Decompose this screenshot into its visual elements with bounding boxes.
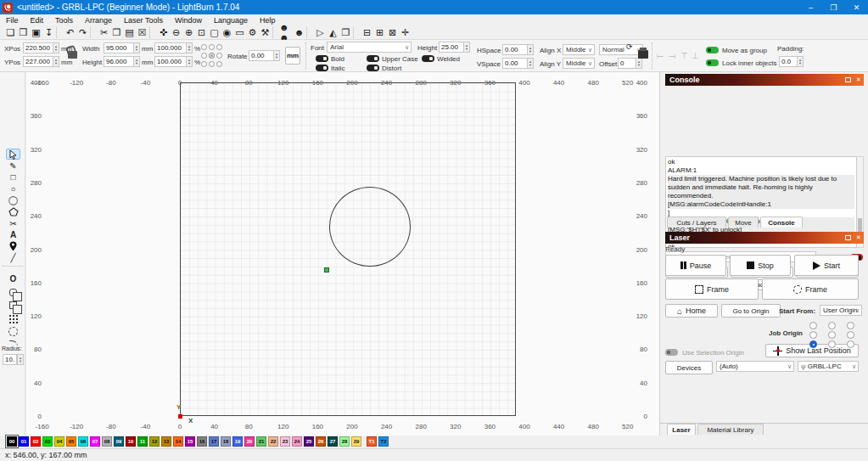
position-laser-tool[interactable] xyxy=(6,241,20,252)
mirror-icon[interactable]: ◭ xyxy=(326,26,339,39)
pan-icon[interactable]: ✜ xyxy=(156,26,169,39)
layer-swatch-03[interactable]: 03 xyxy=(42,436,53,447)
delete-icon[interactable]: ☒ xyxy=(135,26,148,39)
settings-icon[interactable]: ⚒ xyxy=(258,26,271,39)
device-settings-icon[interactable]: ⚙ xyxy=(245,26,258,39)
duplicate-icon[interactable]: ❐ xyxy=(339,26,351,39)
layer-swatch-15[interactable]: 15 xyxy=(185,436,195,447)
distribute-right-icon[interactable]: ⟞ xyxy=(669,51,675,61)
distribute-h-icon[interactable]: ⊟ xyxy=(360,26,372,39)
anchor-dot-6[interactable] xyxy=(201,61,207,67)
restore-button[interactable]: ❐ xyxy=(822,0,845,14)
devices-button[interactable]: Devices xyxy=(665,361,713,374)
layer-swatch-29[interactable]: 29 xyxy=(351,436,361,447)
tab-cuts-layers[interactable]: Cuts / Layers xyxy=(667,216,726,228)
job-origin-radio-7[interactable] xyxy=(828,340,836,348)
use-selection-origin-toggle[interactable] xyxy=(665,349,678,356)
save-icon[interactable]: ▣ xyxy=(29,26,42,39)
layer-swatch-23[interactable]: 23 xyxy=(280,436,290,447)
text-style-combo[interactable]: Normal xyxy=(599,44,643,55)
new-file-icon[interactable]: ❏ xyxy=(3,26,16,39)
layer-swatch-02[interactable]: 02 xyxy=(31,436,41,447)
menu-edit[interactable]: Edit xyxy=(25,14,50,25)
anchor-dot-1[interactable] xyxy=(209,44,215,50)
font-height-spinner[interactable] xyxy=(463,42,470,53)
tab-console[interactable]: Console xyxy=(760,216,803,228)
font-height-field[interactable] xyxy=(439,42,464,53)
layer-swatch-08[interactable]: 08 xyxy=(102,436,112,447)
layer-swatch-T1[interactable]: T1 xyxy=(367,436,377,447)
start-button[interactable]: Start xyxy=(794,255,859,276)
layer-swatch-11[interactable]: 11 xyxy=(137,436,148,447)
camera-icon[interactable]: ◉ xyxy=(220,26,232,39)
distribute-v-icon[interactable]: ⊞ xyxy=(372,26,385,39)
home-button[interactable]: ⌂ Home xyxy=(665,304,718,318)
radius-tool[interactable] xyxy=(6,340,20,351)
design-circle[interactable] xyxy=(329,187,411,267)
frame-square-button[interactable]: Frame xyxy=(665,278,759,300)
dock-tab-material-library[interactable]: Material Library xyxy=(697,424,764,435)
layer-swatch-00[interactable]: 00 xyxy=(7,436,17,447)
width-field[interactable] xyxy=(104,42,134,53)
job-origin-radio-8[interactable] xyxy=(847,340,854,348)
layer-swatch-01[interactable]: 01 xyxy=(19,436,29,447)
select-tool[interactable] xyxy=(6,149,20,160)
console-close-icon[interactable]: ✕ xyxy=(854,76,863,84)
redo-icon[interactable]: ↷ xyxy=(76,26,88,39)
draw-lines-tool[interactable]: ✎ xyxy=(6,160,20,171)
layer-swatch-10[interactable]: 10 xyxy=(126,436,136,447)
align-x-combo[interactable]: Middle xyxy=(563,44,595,55)
width-spinner[interactable] xyxy=(133,42,140,53)
console-float-icon[interactable] xyxy=(843,76,852,84)
rectangle-tool[interactable]: □ xyxy=(6,171,20,183)
layer-swatch-T2[interactable]: T2 xyxy=(378,436,389,447)
zoom-in-icon[interactable]: ⊕ xyxy=(182,26,194,39)
layer-swatch-13[interactable]: 13 xyxy=(161,436,171,447)
zoom-frame-icon[interactable]: ⊡ xyxy=(194,26,207,39)
job-origin-radio-4[interactable] xyxy=(828,331,836,339)
undo-icon[interactable]: ↶ xyxy=(63,26,76,39)
height-field[interactable] xyxy=(104,56,134,67)
go-to-origin-button[interactable]: Go to Origin xyxy=(721,304,781,318)
measure-tool[interactable]: ╱ xyxy=(6,252,20,263)
aspect-lock-icon[interactable] xyxy=(68,51,77,59)
italic-toggle[interactable] xyxy=(316,65,328,71)
polygon-tool[interactable]: ◯ xyxy=(6,194,20,205)
layer-swatch-17[interactable]: 17 xyxy=(209,436,219,447)
anchor-dot-3[interactable] xyxy=(201,53,207,59)
pentagon-tool[interactable] xyxy=(6,206,20,217)
job-origin-radio-3[interactable] xyxy=(809,331,817,339)
offset-shapes-tool[interactable]: O xyxy=(6,273,20,284)
hspace-field[interactable] xyxy=(502,44,528,55)
xpos-spinner[interactable] xyxy=(53,42,59,53)
anchor-dot-2[interactable] xyxy=(216,44,222,50)
layer-swatch-05[interactable]: 05 xyxy=(66,436,76,447)
upper-case-toggle[interactable] xyxy=(367,55,379,62)
layer-swatch-06[interactable]: 06 xyxy=(78,436,88,447)
height-spinner[interactable] xyxy=(133,56,140,67)
layer-swatch-18[interactable]: 18 xyxy=(221,436,231,447)
layer-swatch-14[interactable]: 14 xyxy=(173,436,183,447)
menu-laser-tools[interactable]: Laser Tools xyxy=(118,14,169,25)
radius-spinner[interactable] xyxy=(17,354,24,365)
zoom-out-icon[interactable]: ⊖ xyxy=(169,26,182,39)
menu-language[interactable]: Language xyxy=(208,14,254,25)
ypos-spinner[interactable] xyxy=(53,56,59,67)
stop-button[interactable]: Stop xyxy=(730,255,791,276)
close-button[interactable]: ✕ xyxy=(845,0,868,14)
anchor-dot-0[interactable] xyxy=(201,44,207,50)
preview-icon[interactable]: ▭ xyxy=(232,26,245,39)
laser-close-icon[interactable]: ✕ xyxy=(854,233,863,242)
distribute-bottom-icon[interactable]: ⊥ xyxy=(692,51,699,60)
welded-toggle[interactable] xyxy=(422,55,434,62)
layer-swatch-19[interactable]: 19 xyxy=(232,436,243,447)
text-tool[interactable]: A xyxy=(6,229,20,240)
weld-tool[interactable] xyxy=(6,287,20,298)
radius-field[interactable] xyxy=(3,354,17,365)
job-origin-radio-0[interactable] xyxy=(809,322,817,329)
open-file-icon[interactable]: ❒ xyxy=(16,26,29,39)
bold-toggle[interactable] xyxy=(316,55,328,62)
play-outline-icon[interactable]: ▷ xyxy=(313,26,326,39)
menu-tools[interactable]: Tools xyxy=(49,14,79,25)
units-button[interactable]: mm xyxy=(285,47,300,65)
